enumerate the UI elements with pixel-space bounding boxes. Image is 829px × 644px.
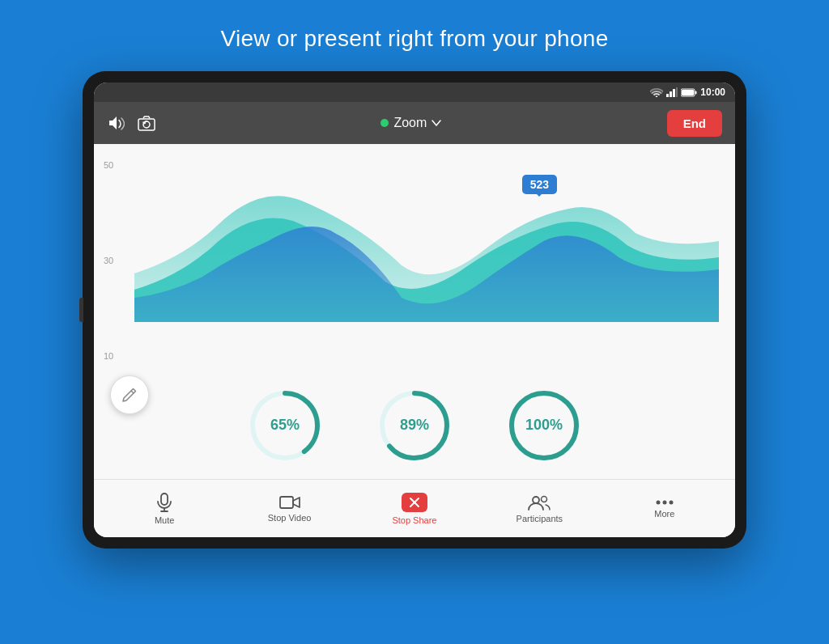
signal-icon xyxy=(666,87,678,97)
participants-button[interactable]: Participants xyxy=(507,494,572,523)
svg-rect-2 xyxy=(673,89,675,97)
stop-share-button[interactable]: Stop Share xyxy=(382,493,447,525)
gauge-item-2: 89% xyxy=(374,385,455,466)
svg-rect-5 xyxy=(695,91,697,94)
tablet-device: 10:00 xyxy=(83,71,746,549)
camera-flip-icon[interactable] xyxy=(138,115,155,131)
chart-y-labels: 50 30 10 xyxy=(104,160,113,361)
wifi-icon xyxy=(650,87,663,97)
top-bar: Zoom End xyxy=(94,102,735,144)
svg-point-27 xyxy=(662,500,666,504)
svg-rect-3 xyxy=(676,87,678,97)
svg-point-28 xyxy=(669,500,673,504)
main-content: 50 30 10 xyxy=(94,144,735,479)
mute-label: Mute xyxy=(155,515,174,525)
status-bar: 10:00 xyxy=(94,83,735,102)
mic-icon xyxy=(155,493,173,512)
connection-dot xyxy=(380,119,389,127)
svg-point-24 xyxy=(533,497,539,503)
stop-share-label: Stop Share xyxy=(392,515,436,525)
svg-rect-18 xyxy=(161,494,168,505)
time-display: 10:00 xyxy=(700,87,725,98)
more-label: More xyxy=(654,509,674,519)
y-label-50: 50 xyxy=(104,160,113,170)
stop-share-icon xyxy=(402,493,427,512)
stop-video-label: Stop Video xyxy=(268,513,312,523)
gauges-row: 65% 89% 100% xyxy=(244,369,585,479)
chart-area: 50 30 10 xyxy=(94,144,735,369)
participants-label: Participants xyxy=(517,514,563,523)
svg-rect-0 xyxy=(666,94,669,97)
mute-button[interactable]: Mute xyxy=(132,493,197,525)
svg-point-25 xyxy=(542,496,547,502)
svg-rect-21 xyxy=(280,497,293,508)
svg-text:100%: 100% xyxy=(525,417,563,433)
chart-tooltip: 523 xyxy=(522,175,557,194)
battery-icon xyxy=(681,88,697,97)
gauge-item-1: 65% xyxy=(244,385,325,466)
end-button[interactable]: End xyxy=(667,110,722,137)
chevron-down-icon xyxy=(432,120,441,126)
zoom-app-label[interactable]: Zoom xyxy=(165,116,657,130)
video-icon xyxy=(279,495,300,510)
gauge-item-3: 100% xyxy=(504,385,585,466)
y-label-10: 10 xyxy=(104,351,113,361)
zoom-name: Zoom xyxy=(393,116,427,130)
page-title: View or present right from your phone xyxy=(220,26,608,52)
area-chart xyxy=(134,160,719,322)
svg-point-26 xyxy=(656,500,660,504)
y-label-30: 30 xyxy=(104,256,113,265)
speaker-icon[interactable] xyxy=(107,115,125,131)
svg-rect-1 xyxy=(670,91,672,97)
tablet-screen: 10:00 xyxy=(94,83,735,537)
pencil-icon xyxy=(121,387,138,403)
fab-button[interactable] xyxy=(110,375,149,414)
bottom-bar: Mute Stop Video xyxy=(94,479,735,537)
svg-rect-7 xyxy=(138,119,155,130)
people-icon xyxy=(528,494,551,511)
svg-text:65%: 65% xyxy=(270,417,300,433)
more-dots-icon xyxy=(655,499,674,506)
svg-rect-6 xyxy=(682,90,694,95)
svg-text:89%: 89% xyxy=(400,417,429,433)
more-button[interactable]: More xyxy=(632,499,697,519)
stop-video-button[interactable]: Stop Video xyxy=(257,495,322,523)
